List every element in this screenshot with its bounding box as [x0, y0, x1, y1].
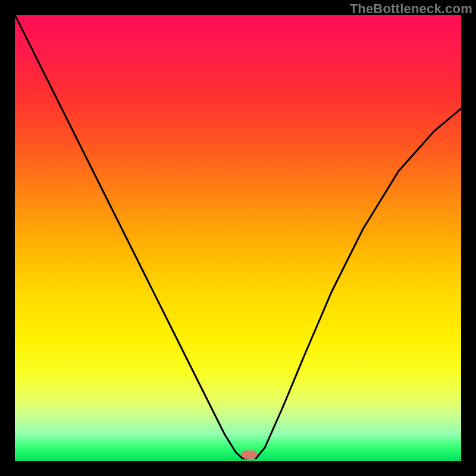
curve-left — [15, 15, 247, 459]
curve-svg — [15, 15, 461, 461]
curve-right — [256, 109, 461, 459]
chart-frame: TheBottleneck.com — [0, 0, 476, 476]
min-point-marker — [242, 450, 257, 459]
watermark-text: TheBottleneck.com — [350, 1, 472, 17]
plot-area — [15, 15, 461, 461]
